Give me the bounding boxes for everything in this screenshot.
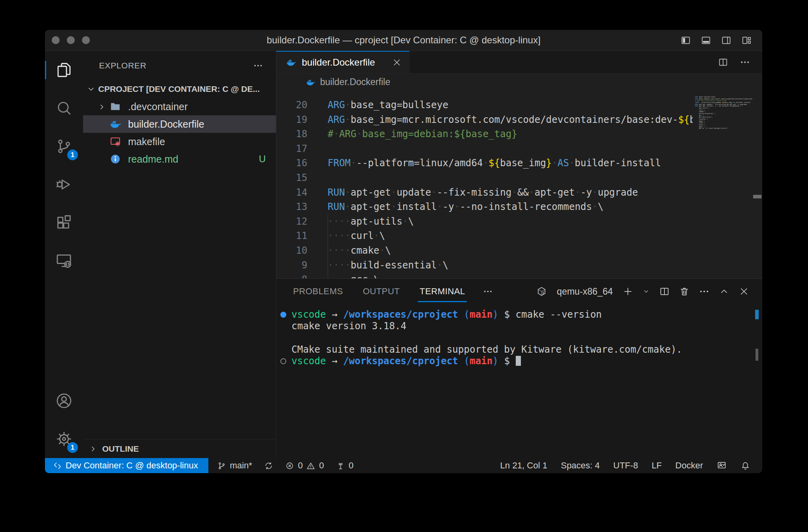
kill-terminal-icon[interactable] bbox=[679, 286, 690, 297]
activity-item-manage[interactable]: 1 bbox=[45, 420, 83, 458]
line-content: RUN·apt-get·update·--fix-missing·&&·apt-… bbox=[328, 187, 638, 198]
feedback-icon[interactable] bbox=[717, 460, 727, 471]
chevron-down-icon bbox=[86, 84, 96, 94]
terminal-scrollbar-thumb[interactable] bbox=[756, 349, 758, 361]
code-line: 20ARG·base_tag=bullseye bbox=[276, 98, 762, 113]
problems-status[interactable]: 0 0 bbox=[285, 460, 324, 471]
panel-tab-terminal[interactable]: TERMINAL bbox=[419, 279, 466, 304]
chevron-right-icon bbox=[89, 445, 97, 453]
chevron-right-icon bbox=[97, 102, 106, 111]
minimap[interactable]: ARG base_tag=bullseyeARG base_img=mcr.mi… bbox=[693, 91, 752, 278]
line-content: ARG·base_tag=bullseye bbox=[328, 99, 448, 111]
indentation-status[interactable]: Spaces: 4 bbox=[561, 460, 600, 471]
split-editor-icon[interactable] bbox=[718, 57, 728, 68]
activity-item-remote-explorer[interactable] bbox=[45, 242, 83, 280]
file-item-makefile[interactable]: makefile bbox=[83, 133, 276, 150]
activity-item-search[interactable] bbox=[45, 89, 83, 127]
code-line: 16FROM·--platform=linux/amd64·${base_img… bbox=[276, 156, 762, 171]
ports-status[interactable]: 0 bbox=[336, 460, 354, 471]
file-item--devcontainer[interactable]: .devcontainer bbox=[83, 98, 276, 115]
activity-item-explorer[interactable] bbox=[45, 51, 83, 89]
command-decoration-filled[interactable] bbox=[280, 312, 286, 318]
file-item-readme-md[interactable]: readme.mdU bbox=[83, 150, 276, 168]
encoding-status[interactable]: UTF-8 bbox=[613, 460, 638, 471]
file-label: builder.Dockerfile bbox=[128, 118, 204, 130]
notifications-bell-icon[interactable] bbox=[740, 461, 750, 471]
code-line: 10····cmake·\ bbox=[276, 243, 762, 258]
terminal-output[interactable]: vscode → /workspaces/cproject (main) $ c… bbox=[276, 309, 750, 458]
line-number: 18 bbox=[276, 127, 307, 142]
extensions-icon bbox=[55, 214, 73, 232]
cursor-position[interactable]: Ln 21, Col 1 bbox=[500, 460, 548, 471]
language-mode[interactable]: Docker bbox=[675, 460, 703, 471]
code-line: 12····apt-utils·\ bbox=[276, 214, 762, 229]
customize-layout-icon[interactable] bbox=[741, 35, 752, 46]
explorer-more-actions-icon[interactable] bbox=[253, 60, 263, 71]
new-terminal-icon[interactable] bbox=[622, 286, 633, 297]
remote-indicator[interactable]: Dev Container: C @ desktop-linux bbox=[45, 458, 208, 473]
outline-section-header[interactable]: OUTLINE bbox=[83, 439, 276, 458]
file-item-builder-dockerfile[interactable]: builder.Dockerfile bbox=[83, 115, 276, 133]
indent-guide bbox=[328, 214, 328, 229]
search-icon bbox=[55, 99, 73, 117]
warning-count: 0 bbox=[319, 460, 324, 471]
warning-icon bbox=[306, 461, 315, 470]
panel-tab-problems[interactable]: PROBLEMS bbox=[292, 279, 344, 304]
toggle-panel-icon[interactable] bbox=[701, 35, 711, 46]
terminal-more-actions-icon[interactable] bbox=[699, 286, 710, 297]
panel-tabs: PROBLEMSOUTPUTTERMINAL bbox=[292, 279, 466, 304]
activity-item-accounts[interactable] bbox=[45, 382, 83, 420]
terminal-line: CMake suite maintained and supported by … bbox=[276, 344, 750, 355]
terminal-profile-icon: $ bbox=[536, 286, 547, 297]
panel-more-tabs-icon[interactable] bbox=[483, 286, 493, 297]
explorer-section-header[interactable]: CPROJECT [DEV CONTAINER: C @ DE... bbox=[83, 80, 276, 98]
code-editor[interactable]: 20ARG·base_tag=bullseye19ARG·base_img=mc… bbox=[276, 91, 762, 278]
line-content: ····apt-utils·\ bbox=[328, 216, 414, 227]
toggle-secondary-sidebar-icon[interactable] bbox=[721, 35, 732, 46]
toggle-primary-sidebar-icon[interactable] bbox=[680, 35, 691, 46]
window-title: builder.Dockerfile — cproject [Dev Conta… bbox=[267, 35, 541, 46]
maximize-panel-icon[interactable] bbox=[719, 286, 730, 297]
activity-bar: 11 bbox=[45, 51, 83, 458]
code-line: 17 bbox=[276, 142, 762, 156]
line-number: 14 bbox=[276, 185, 307, 200]
close-panel-icon[interactable] bbox=[738, 286, 750, 297]
terminal-line bbox=[276, 332, 750, 344]
breadcrumb[interactable]: builder.Dockerfile bbox=[276, 74, 762, 91]
tab-builder-dockerfile[interactable]: builder.Dockerfile bbox=[276, 51, 410, 73]
panel-tab-output[interactable]: OUTPUT bbox=[362, 279, 400, 304]
activity-item-source-control[interactable]: 1 bbox=[45, 127, 83, 165]
command-decoration-hollow[interactable] bbox=[280, 358, 286, 364]
editor-scrollbar[interactable] bbox=[752, 91, 762, 278]
line-content: ····cmake·\ bbox=[328, 245, 391, 256]
terminal-profile-name[interactable]: qemu-x86_64 bbox=[557, 286, 613, 297]
branch-status[interactable]: main* bbox=[217, 460, 252, 471]
activity-item-run-debug[interactable] bbox=[45, 165, 83, 204]
workspace-folder-label: CPROJECT [DEV CONTAINER: C @ DE... bbox=[98, 84, 260, 94]
zoom-window-button[interactable] bbox=[82, 36, 90, 44]
line-number: 12 bbox=[276, 214, 307, 229]
file-label: makefile bbox=[128, 136, 165, 148]
close-window-button[interactable] bbox=[52, 36, 60, 44]
close-tab-icon[interactable] bbox=[392, 57, 402, 68]
sync-button[interactable] bbox=[264, 461, 273, 470]
line-number: 10 bbox=[276, 243, 307, 258]
file-tree: .devcontainerbuilder.Dockerfilemakefiler… bbox=[83, 98, 276, 168]
activity-item-extensions[interactable] bbox=[45, 204, 83, 242]
window-controls bbox=[52, 30, 90, 50]
terminal-line: vscode → /workspaces/cproject (main) $ c… bbox=[276, 309, 750, 320]
minimize-window-button[interactable] bbox=[67, 36, 75, 44]
line-number: 8 bbox=[276, 272, 307, 278]
terminal-dropdown-icon[interactable] bbox=[642, 287, 650, 295]
code-line: 19ARG·base_img=mcr.microsoft.com/vscode/… bbox=[276, 113, 762, 127]
line-number: 15 bbox=[276, 171, 307, 185]
split-terminal-icon[interactable] bbox=[659, 286, 670, 297]
editor-more-actions-icon[interactable] bbox=[740, 57, 750, 68]
docker-file-icon bbox=[286, 57, 296, 68]
line-content: FROM·--platform=linux/amd64·${base_img}·… bbox=[328, 157, 661, 169]
eol-status[interactable]: LF bbox=[652, 460, 662, 471]
activity-bar-spacer bbox=[45, 280, 83, 382]
code-lines: 20ARG·base_tag=bullseye19ARG·base_img=mc… bbox=[276, 91, 762, 278]
tab-label: builder.Dockerfile bbox=[302, 57, 375, 68]
radio-tower-icon bbox=[336, 461, 345, 470]
